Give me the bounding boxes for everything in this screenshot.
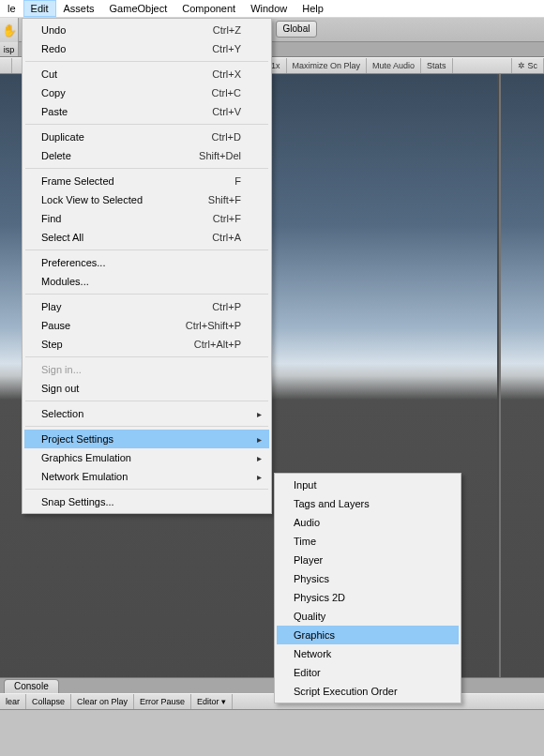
scene-toolbar-maximize[interactable]: Maximize On Play [287, 58, 368, 73]
menu-item-label: Selection [41, 408, 83, 419]
edit-menu-item-sign-out[interactable]: Sign out [24, 379, 269, 398]
edit-menu-item-selection[interactable]: Selection▸ [24, 404, 269, 423]
project-settings-item-network[interactable]: Network [277, 644, 459, 663]
project-settings-item-editor[interactable]: Editor [277, 663, 459, 682]
menu-item-label: Physics [294, 573, 329, 584]
edit-menu-item-delete[interactable]: DeleteShift+Del [24, 146, 269, 165]
menu-item-label: Undo [41, 24, 66, 36]
edit-menu-item-network-emulation[interactable]: Network Emulation▸ [24, 467, 269, 486]
menu-separator [25, 294, 268, 295]
edit-menu-item-lock-view-to-selected[interactable]: Lock View to SelectedShift+F [24, 190, 269, 209]
project-settings-item-tags-and-layers[interactable]: Tags and Layers [277, 494, 459, 513]
menubar-item-window[interactable]: Window [243, 0, 295, 17]
chevron-right-icon: ▸ [257, 453, 262, 463]
menu-item-label: Time [294, 536, 316, 547]
edit-menu-item-preferences[interactable]: Preferences... [24, 253, 269, 272]
menu-item-label: Find [41, 213, 61, 224]
edit-menu-item-undo[interactable]: UndoCtrl+Z [24, 21, 269, 39]
console-error-pause-button[interactable]: Error Pause [134, 694, 191, 709]
project-settings-item-time[interactable]: Time [277, 532, 459, 551]
menu-separator [25, 249, 268, 250]
project-settings-item-audio[interactable]: Audio [277, 513, 459, 532]
menubar-item-component[interactable]: Component [174, 0, 243, 17]
console-panel: Console lear Collapse Clear on Play Erro… [0, 677, 544, 756]
menubar-item-file[interactable]: le [0, 0, 23, 17]
menu-item-label: Snap Settings... [41, 496, 114, 507]
console-tab[interactable]: Console [4, 679, 59, 693]
menubar-item-gameobject[interactable]: GameObject [102, 0, 175, 17]
menu-item-label: Graphics [294, 629, 335, 641]
scene-toolbar-right[interactable]: ✲ Sc [511, 58, 544, 73]
project-settings-item-physics-2d[interactable]: Physics 2D [277, 588, 459, 607]
edit-menu-item-play[interactable]: PlayCtrl+P [24, 297, 269, 316]
pivot-global-button[interactable]: Global [276, 21, 317, 38]
edit-menu-item-project-settings[interactable]: Project Settings▸ [24, 430, 269, 448]
menu-item-shortcut: Ctrl+Shift+P [186, 320, 241, 331]
menu-item-label: Quality [294, 611, 325, 622]
menu-item-label: Audio [294, 517, 320, 528]
menu-item-label: Editor [294, 667, 321, 678]
console-clear-on-play-button[interactable]: Clear on Play [71, 694, 134, 709]
hand-icon: ✋ [2, 23, 17, 38]
menu-item-label: Pause [41, 320, 70, 331]
menu-item-shortcut: Ctrl+F [213, 213, 241, 224]
menu-item-shortcut: Shift+F [208, 194, 241, 205]
console-toolbar: lear Collapse Clear on Play Error Pause … [0, 693, 544, 710]
project-settings-item-quality[interactable]: Quality [277, 607, 459, 626]
console-editor-dropdown[interactable]: Editor ▾ [191, 694, 233, 709]
scene-toolbar-seg-0[interactable] [0, 58, 12, 73]
panel-tab-partial[interactable]: isp [0, 42, 19, 56]
project-settings-item-graphics[interactable]: Graphics [277, 626, 459, 644]
edit-menu-item-sign-in: Sign in... [24, 360, 269, 379]
project-settings-item-physics[interactable]: Physics [277, 569, 459, 588]
menu-item-label: Lock View to Selected [41, 194, 143, 205]
edit-menu-item-graphics-emulation[interactable]: Graphics Emulation▸ [24, 448, 269, 467]
menu-item-label: Graphics Emulation [41, 452, 131, 463]
menu-item-shortcut: Ctrl+A [212, 232, 241, 243]
menubar-item-assets[interactable]: Assets [56, 0, 102, 17]
menu-item-label: Delete [41, 150, 71, 161]
menu-item-label: Script Execution Order [294, 686, 398, 697]
menu-item-shortcut: Ctrl+V [212, 106, 241, 117]
edit-menu-item-find[interactable]: FindCtrl+F [24, 209, 269, 228]
menu-separator [25, 124, 268, 125]
edit-menu-item-step[interactable]: StepCtrl+Alt+P [24, 335, 269, 354]
project-settings-item-script-execution-order[interactable]: Script Execution Order [277, 682, 459, 701]
edit-menu-item-paste[interactable]: PasteCtrl+V [24, 102, 269, 121]
menu-separator [25, 168, 268, 169]
project-settings-item-input[interactable]: Input [277, 476, 459, 494]
console-collapse-button[interactable]: Collapse [26, 694, 71, 709]
console-tabs: Console [0, 677, 544, 693]
menu-item-shortcut: Ctrl+C [212, 87, 241, 98]
menu-item-label: Preferences... [41, 257, 105, 268]
menu-item-label: Step [41, 339, 63, 350]
menu-item-label: Project Settings [41, 433, 113, 445]
scene-toolbar-stats[interactable]: Stats [421, 58, 453, 73]
edit-menu-item-duplicate[interactable]: DuplicateCtrl+D [24, 128, 269, 146]
edit-menu-item-redo[interactable]: RedoCtrl+Y [24, 39, 269, 58]
project-settings-item-player[interactable]: Player [277, 551, 459, 569]
edit-menu-item-pause[interactable]: PauseCtrl+Shift+P [24, 316, 269, 335]
console-body[interactable] [0, 710, 544, 756]
menu-separator [25, 61, 268, 62]
console-clear-button[interactable]: lear [0, 694, 26, 709]
menu-item-label: Select All [41, 232, 83, 243]
menubar-item-help[interactable]: Help [295, 0, 331, 17]
edit-menu-dropdown: UndoCtrl+ZRedoCtrl+YCutCtrl+XCopyCtrl+CP… [22, 18, 272, 514]
menubar-item-edit[interactable]: Edit [23, 0, 56, 17]
edit-menu-item-snap-settings[interactable]: Snap Settings... [24, 492, 269, 511]
edit-menu-item-frame-selected[interactable]: Frame SelectedF [24, 172, 269, 190]
menu-item-shortcut: Ctrl+D [212, 131, 241, 143]
edit-menu-item-cut[interactable]: CutCtrl+X [24, 65, 269, 83]
scene-viewport-sliver[interactable] [499, 74, 544, 677]
menu-item-label: Sign in... [41, 364, 82, 375]
menu-separator [25, 426, 268, 427]
edit-menu-item-modules[interactable]: Modules... [24, 272, 269, 291]
menu-item-label: Redo [41, 43, 66, 54]
edit-menu-item-select-all[interactable]: Select AllCtrl+A [24, 228, 269, 247]
hand-tool-button[interactable]: ✋ [0, 18, 19, 42]
edit-menu-item-copy[interactable]: CopyCtrl+C [24, 83, 269, 102]
menu-item-label: Player [294, 554, 323, 566]
menu-item-label: Frame Selected [41, 175, 114, 187]
scene-toolbar-mute[interactable]: Mute Audio [367, 58, 421, 73]
